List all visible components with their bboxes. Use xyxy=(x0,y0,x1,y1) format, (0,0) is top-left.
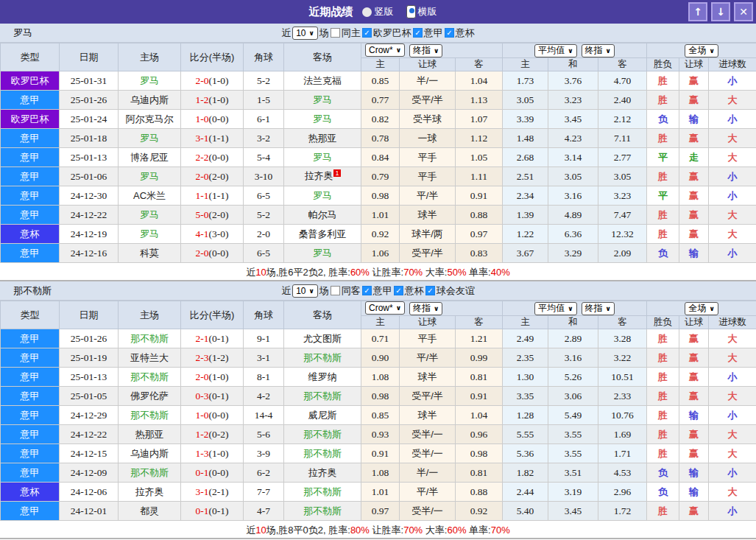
average-odds-cell: 5.40 xyxy=(503,502,548,521)
corners: 8-1 xyxy=(244,368,284,387)
average-odds-cell: 1.69 xyxy=(598,425,647,444)
average-odds-cell: 3.55 xyxy=(548,425,598,444)
competition-badge: 意甲 xyxy=(1,91,60,110)
page-title: 近期战绩 xyxy=(309,5,353,19)
average-odds-cell: 1.22 xyxy=(503,225,548,244)
match-row: 意甲24-12-29那不勒斯1-0(0-0)14-4威尼斯0.85球半1.041… xyxy=(1,406,756,425)
same-venue-checkbox[interactable] xyxy=(331,286,340,295)
verdict-cell: 胜 xyxy=(647,368,679,387)
average-odds-cell: 10.51 xyxy=(598,368,647,387)
match-row: 意甲25-01-19亚特兰大2-3(1-2)3-1那不勒斯0.90平/半0.99… xyxy=(1,348,756,368)
verdict-cell: 赢 xyxy=(679,348,709,368)
corners: 7-7 xyxy=(244,483,284,502)
average-odds-cell: 2.44 xyxy=(503,483,548,502)
average-odds-cell: 4.70 xyxy=(598,71,647,91)
average-odds-cell: 3.23 xyxy=(598,186,647,206)
corners: 6-2 xyxy=(244,463,284,483)
away-team: 拉齐奥1 xyxy=(284,167,361,186)
competition-checkbox[interactable]: ✓ xyxy=(413,28,423,38)
sub-column-header: 客 xyxy=(598,316,647,329)
chevron-down-icon: ∨ xyxy=(309,287,314,295)
handicap-odds-cell: 0.92 xyxy=(456,502,503,521)
corners: 1-5 xyxy=(244,91,284,110)
same-venue-checkbox[interactable] xyxy=(331,28,340,38)
score: 5-0(2-0) xyxy=(181,206,244,225)
match-count-select[interactable]: 10∨ xyxy=(292,27,318,40)
verdict-cell: 胜 xyxy=(647,129,679,148)
competition-checkbox[interactable]: ✓ xyxy=(445,28,454,38)
close-button[interactable]: ✕ xyxy=(734,2,753,21)
competition-badge: 意杯 xyxy=(1,483,60,502)
verdict-cell: 平 xyxy=(647,148,679,167)
handicap-odds-cell: 0.93 xyxy=(361,425,400,444)
average-odds-select[interactable]: 平均值∨ xyxy=(534,44,576,57)
move-up-button[interactable]: ↑ xyxy=(688,2,707,21)
sub-column-header: 进球数 xyxy=(709,58,756,71)
odds-company-select[interactable]: Crow*∨ xyxy=(365,43,405,57)
move-down-button[interactable]: ↓ xyxy=(711,2,730,21)
chevron-down-icon: ∨ xyxy=(606,305,611,312)
column-header: 日期 xyxy=(60,301,119,329)
match-row: 欧罗巴杯25-01-24阿尔克马尔1-0(0-0)6-1罗马0.82受半球1.0… xyxy=(1,110,756,129)
radio-unselected-icon[interactable] xyxy=(362,7,372,17)
average-odds-cell: 1.28 xyxy=(503,406,548,425)
average-odds-select[interactable]: 平均值∨ xyxy=(534,302,576,315)
team-sections: 罗马近10∨场同主✓欧罗巴杯✓意甲✓意杯类型日期主场比分(半场)角球客场Crow… xyxy=(0,24,756,539)
verdict-cell: 赢 xyxy=(679,329,709,348)
verdict-cell: 大 xyxy=(709,225,756,244)
handicap-odds-cell: 球半 xyxy=(400,406,456,425)
average-odds-cell: 2.33 xyxy=(598,387,647,406)
handicap-odds-cell: 0.91 xyxy=(456,387,503,406)
radio-selected-icon[interactable] xyxy=(406,5,416,18)
layout-radio-vertical[interactable]: 竖版 xyxy=(362,5,394,18)
competition-checkbox[interactable]: ✓ xyxy=(362,286,372,295)
score: 0-3(0-1) xyxy=(181,387,244,406)
verdict-cell: 赢 xyxy=(679,91,709,110)
competition-checkbox[interactable]: ✓ xyxy=(362,28,372,38)
radio-vertical-label: 竖版 xyxy=(375,5,394,18)
verdict-cell: 输 xyxy=(679,406,709,425)
column-header: 日期 xyxy=(60,43,119,71)
score: 1-3(1-0) xyxy=(181,444,244,463)
verdict-cell: 走 xyxy=(679,148,709,167)
competition-checkbox[interactable]: ✓ xyxy=(425,286,435,295)
layout-radio-horizontal[interactable]: 横版 xyxy=(404,5,437,18)
average-odds-cell: 4.89 xyxy=(548,206,598,225)
column-header: 角球 xyxy=(244,301,284,329)
away-team: 那不勒斯 xyxy=(284,502,361,521)
average-odds-cell: 12.32 xyxy=(598,225,647,244)
final-index-select[interactable]: 终指∨ xyxy=(582,302,615,315)
score: 2-3(1-2) xyxy=(181,348,244,368)
chevron-down-icon: ∨ xyxy=(606,47,611,55)
final-index-select[interactable]: 终指∨ xyxy=(409,44,442,57)
sub-column-header: 和 xyxy=(548,316,598,329)
home-team: 那不勒斯 xyxy=(119,406,181,425)
full-match-select[interactable]: 全场∨ xyxy=(685,302,718,315)
corners: 6-5 xyxy=(244,186,284,206)
away-team: 那不勒斯 xyxy=(284,444,361,463)
verdict-cell: 赢 xyxy=(679,206,709,225)
home-team: 罗马 xyxy=(119,71,181,91)
handicap-odds-cell: 球半 xyxy=(400,368,456,387)
final-index-select[interactable]: 终指∨ xyxy=(409,302,442,315)
up-arrow-icon: ↑ xyxy=(693,6,702,18)
average-odds-cell: 3.05 xyxy=(503,91,548,110)
full-match-select[interactable]: 全场∨ xyxy=(685,44,718,57)
away-team: 热那亚 xyxy=(284,129,361,148)
competition-label: 意甲 xyxy=(373,284,392,298)
match-count-select[interactable]: 10∨ xyxy=(292,284,318,298)
odds-company-select[interactable]: Crow*∨ xyxy=(365,301,405,315)
score: 2-1(0-1) xyxy=(181,329,244,348)
competition-checkbox[interactable]: ✓ xyxy=(394,286,403,295)
team-name: 罗马 xyxy=(13,27,32,40)
match-date: 24-12-30 xyxy=(60,186,119,206)
europe-odds-group: 平均值∨终指∨ xyxy=(503,301,647,316)
away-team: 拉齐奥 xyxy=(284,463,361,483)
verdict-cell: 胜 xyxy=(647,206,679,225)
column-header: 客场 xyxy=(284,301,361,329)
final-index-select[interactable]: 终指∨ xyxy=(582,44,615,57)
verdict-cell: 赢 xyxy=(679,368,709,387)
down-arrow-icon: ↓ xyxy=(716,6,725,18)
verdict-cell: 大 xyxy=(709,206,756,225)
corners: 14-4 xyxy=(244,406,284,425)
